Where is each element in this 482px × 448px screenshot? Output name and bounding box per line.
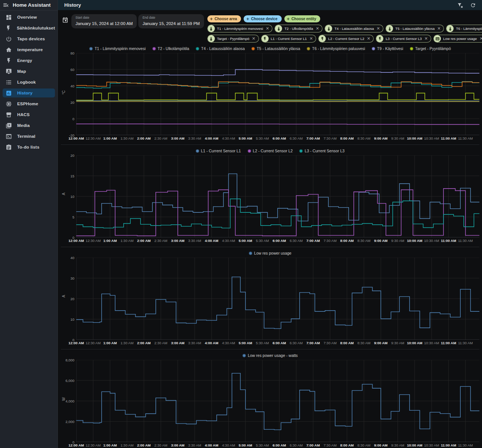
chart-2-legend: L1 - Current Sensor L1L2 - Current Senso… xyxy=(61,148,479,153)
menu-open-icon[interactable] xyxy=(0,2,11,8)
close-icon[interactable]: ✕ xyxy=(251,37,256,41)
x-tick-label: 9:00 AM xyxy=(374,136,387,140)
legend-item-t1-l-mmityspiirin-menovesi[interactable]: T1 - Lämmityspiirin menovesi xyxy=(89,46,146,51)
x-tick-label: 8:30 AM xyxy=(358,341,371,345)
entity-chip-l3-current-sensor-l3[interactable]: L3 - Current Sensor L3✕ xyxy=(376,35,431,43)
entity-chip-l1-current-sensor-l1[interactable]: L1 - Current Sensor L1✕ xyxy=(261,35,316,43)
chart-4-plot[interactable] xyxy=(76,360,479,442)
thermometer-icon xyxy=(447,25,454,32)
sidebar-item-to-do-lists[interactable]: To-do lists xyxy=(3,143,55,152)
start-date-label: Start date xyxy=(75,16,133,19)
calendar-icon[interactable] xyxy=(62,17,68,25)
chart-box-icon xyxy=(5,90,12,96)
sidebar-item-map[interactable]: Map xyxy=(3,67,55,76)
start-date-field[interactable]: Start date January 15, 2024 at 12:00 AM xyxy=(71,14,137,28)
legend-item-t5-latauss-ili-n-yl-osa[interactable]: T5 - Lataussäiliön yläosa xyxy=(251,46,300,51)
sidebar-item-overview[interactable]: Overview xyxy=(3,13,55,22)
sidebar-nav-list: OverviewSähkönkulutuksetTapo devicestemp… xyxy=(0,10,58,152)
sidebar-item-tapo-devices[interactable]: Tapo devices xyxy=(3,34,55,43)
entity-chip-l2-current-sensor-l2[interactable]: L2 - Current Sensor L2✕ xyxy=(318,35,374,43)
entity-chip-target-pyyntil-mp[interactable]: Target - Pyyntilämpö✕ xyxy=(207,35,259,43)
close-icon[interactable]: ✕ xyxy=(366,37,371,41)
x-tick-label: 3:00 AM xyxy=(171,341,185,345)
entity-chip-t1-l-mmityspiirin-menovesi[interactable]: T1 - Lämmityspiirin menovesi✕ xyxy=(207,25,273,32)
chart-3-plot[interactable] xyxy=(76,258,479,340)
series-target-pyyntil-mp xyxy=(76,93,479,100)
close-icon[interactable]: ✕ xyxy=(376,27,381,31)
y-tick-label: 0 xyxy=(62,117,74,121)
legend-item-t6-l-mmityspiirien-paluuvesi[interactable]: T6 - Lämmityspiirien paluuvesi xyxy=(307,46,365,51)
legend-item-low-res-power-usage-watts[interactable]: Low res power usage - watts xyxy=(242,353,298,358)
legend-dot-icon xyxy=(251,47,255,50)
choose-entity-chip[interactable]: +Choose entity xyxy=(284,15,321,22)
end-date-value: January 15, 2024 at 11:59 PM xyxy=(142,21,200,26)
entity-chip-low-res-power-usage[interactable]: Low res power usage✕ xyxy=(433,35,482,43)
choose-device-chip[interactable]: +Choose device xyxy=(244,15,281,22)
legend-item-t4-latauss-ili-n-alaosa[interactable]: T4 - Lataussäiliön alaosa xyxy=(196,46,245,51)
chart-2-plot[interactable] xyxy=(76,155,479,237)
close-icon[interactable]: ✕ xyxy=(265,27,270,31)
sidebar-item-logbook[interactable]: Logbook xyxy=(3,78,55,87)
chart-1-y-axis: °C-20020406080 xyxy=(61,53,76,135)
sidebar-item-esphome[interactable]: ESPHome xyxy=(3,99,55,108)
sidebar-item-temperature[interactable]: temperature xyxy=(3,45,55,54)
chart-3-x-axis: 12:00 AM12:30 AM1:00 AM1:30 AM2:00 AM2:3… xyxy=(61,340,479,346)
x-tick-label: 4:00 AM xyxy=(205,341,218,345)
legend-item-l2-current-sensor-l2[interactable]: L2 - Current Sensor L2 xyxy=(248,149,293,153)
sidebar-item-terminal[interactable]: Terminal xyxy=(3,132,55,141)
x-tick-label: 9:30 AM xyxy=(391,443,404,447)
sidebar-item-label: HACS xyxy=(17,112,30,117)
x-tick-label: 4:30 AM xyxy=(222,341,235,345)
x-tick-label: 3:30 AM xyxy=(188,239,201,243)
legend-label: T4 - Lataussäiliön alaosa xyxy=(201,46,245,51)
legend-dot-icon xyxy=(196,149,199,153)
sidebar-item-hacs[interactable]: HACS xyxy=(3,110,55,119)
y-tick-label: 4,000 xyxy=(62,399,74,403)
entity-chip-t2-ulkol-mp-tila[interactable]: T2 - Ulkolämpötila✕ xyxy=(275,25,322,32)
legend-item-l1-current-sensor-l1[interactable]: L1 - Current Sensor L1 xyxy=(196,149,241,153)
x-tick-label: 2:00 AM xyxy=(137,239,151,243)
close-icon[interactable]: ✕ xyxy=(315,27,320,31)
end-date-field[interactable]: End date January 15, 2024 at 11:59 PM xyxy=(138,14,204,28)
close-icon[interactable]: ✕ xyxy=(309,37,313,41)
x-tick-label: 3:30 AM xyxy=(188,136,201,140)
x-tick-label: 7:00 AM xyxy=(306,443,320,447)
legend-item-target-pyyntil-mp[interactable]: Target - Pyyntilämpö xyxy=(410,46,451,51)
sidebar-item-media[interactable]: Media xyxy=(3,121,55,130)
sidebar-item-s-hk-nkulutukset[interactable]: Sähkönkulutukset xyxy=(3,24,55,32)
tooltip-account-icon xyxy=(5,68,12,75)
x-tick-label: 6:00 AM xyxy=(272,443,286,447)
legend-item-low-res-power-usage[interactable]: Low res power usage xyxy=(249,251,291,255)
choose-area-chip[interactable]: +Choose area xyxy=(207,15,241,22)
chart-1-plot[interactable] xyxy=(76,53,479,135)
legend-item-l3-current-sensor-l3[interactable]: L3 - Current Sensor L3 xyxy=(299,149,344,153)
flash-icon xyxy=(5,57,12,64)
close-icon[interactable]: ✕ xyxy=(436,27,441,31)
legend-dot-icon xyxy=(196,47,199,50)
plus-icon: + xyxy=(210,16,213,21)
start-date-value: January 15, 2024 at 12:00 AM xyxy=(75,21,133,26)
close-icon[interactable]: ✕ xyxy=(479,37,482,41)
chart-block-2: L1 - Current Sensor L1L2 - Current Senso… xyxy=(61,144,479,243)
thermometer-icon xyxy=(208,35,215,42)
refresh-icon[interactable] xyxy=(469,1,477,9)
x-tick-label: 11:00 AM xyxy=(441,443,456,447)
entity-chip-t5-latauss-ili-n-yl-osa[interactable]: T5 - Lataussäiliön yläosa✕ xyxy=(386,25,444,32)
sidebar-item-label: temperature xyxy=(17,47,43,52)
x-tick-label: 12:30 AM xyxy=(86,443,101,447)
entity-chip-t4-latauss-ili-n-alaosa[interactable]: T4 - Lataussäiliön alaosa✕ xyxy=(325,25,383,32)
sidebar-item-energy[interactable]: Energy xyxy=(3,56,55,65)
entity-chip-t6-l-mmityspiirien-paluuvesi[interactable]: T6 - Lämmityspiirien paluuvesi✕ xyxy=(446,25,482,32)
x-tick-label: 12:00 AM xyxy=(68,443,84,447)
filter-remove-icon[interactable] xyxy=(457,1,464,9)
y-tick-label: 5 xyxy=(62,215,74,219)
x-tick-label: 11:30 AM xyxy=(458,443,473,447)
sidebar-item-label: Energy xyxy=(17,58,32,63)
x-tick-label: 9:30 AM xyxy=(391,239,404,243)
x-tick-label: 8:00 AM xyxy=(340,443,354,447)
legend-item-t9-k-ytt-vesi[interactable]: T9 - Käyttövesi xyxy=(372,46,403,51)
legend-item-t2-ulkol-mp-tila[interactable]: T2 - Ulkolämpötila xyxy=(152,46,189,51)
close-icon[interactable]: ✕ xyxy=(424,37,429,41)
y-tick-label: 15 xyxy=(62,174,74,178)
sidebar-item-history[interactable]: History xyxy=(3,88,55,97)
